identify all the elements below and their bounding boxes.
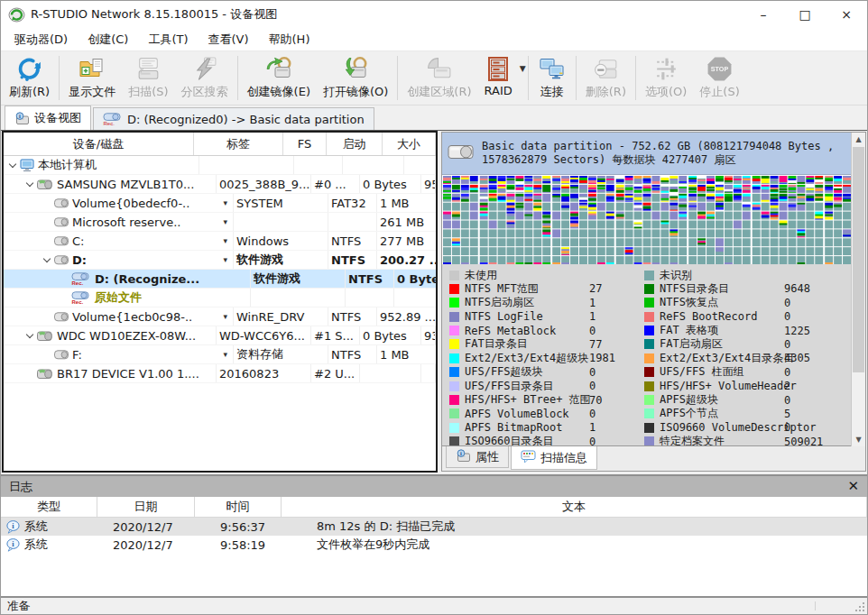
scan-tabs: i属性扫描信息 (442, 445, 865, 471)
toolbar-label: 创建区域(R) (407, 84, 471, 100)
fs-cell: #1 S... (311, 326, 360, 344)
view-tab-1[interactable]: Rec.D: (Recognized0) -> Basic data parti… (93, 107, 374, 130)
column-label: 大小 (397, 136, 420, 152)
log-type-cell: i系统 (1, 537, 107, 553)
mount-dropdown-icon[interactable]: ▾ (223, 312, 230, 321)
mount-dropdown-icon[interactable]: ▾ (223, 255, 230, 264)
mount-dropdown-icon[interactable]: ▾ (223, 198, 230, 207)
toolbar-connect-button[interactable]: 连接 (531, 52, 573, 104)
scan-tab-1[interactable]: 扫描信息 (511, 446, 597, 470)
minimize-button[interactable]: – (743, 1, 784, 28)
tree-row-11[interactable]: BR17 DEVICE V1.00 1....20160823#2 U... (4, 364, 436, 383)
svg-text:i: i (460, 450, 462, 456)
tree-row-6[interactable]: Rec.D: (Recognize...软件游戏NTFS0 Bytes752.6… (4, 270, 436, 289)
log-row-0[interactable]: i系统2020/12/79:56:378m 12s 的 D: 扫描已完成 (1, 518, 867, 536)
expander-chevron-icon[interactable] (6, 159, 19, 171)
toolbar-show-files-button[interactable]: 显示文件 (62, 52, 122, 104)
maximize-button[interactable]: □ (784, 1, 826, 28)
log-time-cell: 9:58:19 (215, 538, 311, 552)
tree-row-3[interactable]: Microsoft reserve..▾261 MB16 MB (4, 213, 436, 232)
sort-ascending-icon: ˆ (98, 132, 103, 139)
scan-map-canvas[interactable] (442, 175, 851, 264)
scrollbar-down-icon[interactable]: ▼ (852, 433, 865, 446)
legend-item: APFS BitmapRoot1 (449, 421, 644, 435)
mount-dropdown-icon[interactable]: ▾ (223, 236, 230, 245)
mount-dropdown-icon[interactable]: ▾ (223, 217, 230, 226)
legend-swatch (449, 436, 459, 445)
svg-text:Rec.: Rec. (72, 299, 84, 305)
menu-item-4[interactable]: 帮助(H) (259, 29, 320, 50)
svg-text:Rec.: Rec. (104, 121, 115, 126)
boot-cell: 277 MB (377, 232, 436, 250)
tree-row-1[interactable]: SAMSUNG MZVLB1T0...0025_388B_9...#0 ...0… (4, 175, 436, 194)
scrollbar-thumb[interactable] (853, 147, 864, 372)
toolbar-open-image-button[interactable]: 打开镜像(O) (317, 52, 394, 104)
menu-item-0[interactable]: 驱动器(D) (5, 29, 78, 50)
tree-row-4[interactable]: C:▾WindowsNTFS277 MB200.00 ... (4, 232, 436, 251)
tree-column-header-1[interactable]: 标签 (194, 133, 283, 155)
boot-cell: 261 MB (377, 213, 436, 231)
tree-row-0[interactable]: 本地计算机 (4, 156, 436, 175)
tree-row-2[interactable]: Volume{0bedecf0-..▾SYSTEMFAT321 MB260 MB (4, 194, 436, 213)
tree-column-header-4[interactable]: 大小 (383, 133, 436, 155)
legend-item: NTFS LogFile1 (449, 310, 644, 324)
legend-count: 1981 (589, 352, 615, 364)
tree-column-header-0[interactable]: ˆ设备/磁盘 (4, 133, 194, 155)
legend-swatch (449, 367, 459, 377)
scan-tab-0[interactable]: i属性 (446, 446, 509, 468)
menu-item-3[interactable]: 查看(V) (198, 29, 258, 50)
tree-row-9[interactable]: WDC WD10EZEX-08W...WD-WCC6Y6...#1 S...0 … (4, 326, 436, 345)
disk-icon (37, 368, 53, 380)
legend-item: ReFS MetaBlock0 (449, 324, 644, 337)
scan-scrollbar[interactable]: ▲ ▼ (851, 133, 865, 446)
expander-chevron-icon[interactable] (23, 329, 36, 342)
device-cell: F:▾ (4, 345, 234, 363)
chevron-down-icon[interactable]: ▼ (520, 64, 526, 73)
toolbar-raid-button[interactable]: RAID▼ (478, 52, 525, 104)
toolbar-separator (59, 56, 60, 100)
tree-row-8[interactable]: Volume{1ecb0c98-..▾WinRE_DRVNTFS952.89 .… (4, 308, 436, 326)
log-row-1[interactable]: i系统2020/12/79:58:19文件枚举在9秒内完成 (1, 536, 867, 554)
toolbar-label: 选项(O) (645, 84, 687, 100)
toolbar-stop-button: STOP停止(S) (693, 52, 745, 104)
expander-chevron-icon[interactable] (41, 253, 53, 266)
log-column-header-3[interactable]: 文本 (282, 497, 867, 517)
mount-dropdown-icon[interactable]: ▾ (223, 350, 230, 359)
menu-item-2[interactable]: 工具(T) (138, 29, 198, 50)
rec-icon: Rec. (71, 291, 91, 305)
scrollbar-up-icon[interactable]: ▲ (852, 133, 865, 146)
view-tab-0[interactable]: i设备视图 (5, 106, 91, 130)
fs-cell: NTFS (328, 251, 377, 269)
legend-label: HFS/HFS+ VolumeHeader (660, 380, 784, 392)
device-name: Volume{0bedecf0-.. (72, 197, 189, 210)
toolbar-refresh-button[interactable]: 刷新(R) (3, 52, 56, 104)
log-column-header-0[interactable]: 类型 (1, 497, 97, 517)
scaninfo-icon (521, 450, 536, 466)
tree-column-header-2[interactable]: FS (283, 133, 327, 155)
log-column-header-1[interactable]: 日期 (97, 497, 195, 517)
size-cell (404, 156, 436, 174)
legend-item: NTFS启动扇区1 (449, 296, 644, 309)
app-icon (8, 7, 25, 23)
fs-cell: NTFS (346, 270, 394, 288)
expander-chevron-icon[interactable] (23, 178, 36, 190)
legend-swatch (449, 381, 459, 391)
device-name: BR17 DEVICE V1.00 1.... (57, 367, 199, 381)
tree-row-5[interactable]: D:▾软件游戏NTFS200.27 ...752.62 ... (4, 251, 436, 270)
tree-column-header-3[interactable]: 启动 (327, 133, 383, 155)
legend-count: 70 (589, 394, 602, 407)
label-cell: 资料存储 (234, 345, 328, 363)
close-button[interactable]: × (826, 1, 867, 28)
toolbar-options-button: 选项(O) (639, 52, 693, 104)
volume-icon (54, 255, 69, 265)
log-close-icon[interactable]: ✕ (847, 480, 859, 493)
tree-row-7[interactable]: Rec.原始文件 (4, 289, 436, 308)
menu-item-1[interactable]: 创建(C) (78, 29, 138, 50)
log-column-header-2[interactable]: 时间 (195, 497, 282, 517)
legend-label: NTFS启动扇区 (465, 295, 589, 310)
size-cell (421, 364, 436, 382)
log-title: 日志 (9, 479, 32, 495)
resize-grip[interactable] (854, 601, 865, 612)
tree-row-10[interactable]: F:▾资料存储NTFS1 MB931.51 ... (4, 345, 436, 364)
toolbar-create-image-button[interactable]: 创建镜像(E) (241, 52, 317, 104)
